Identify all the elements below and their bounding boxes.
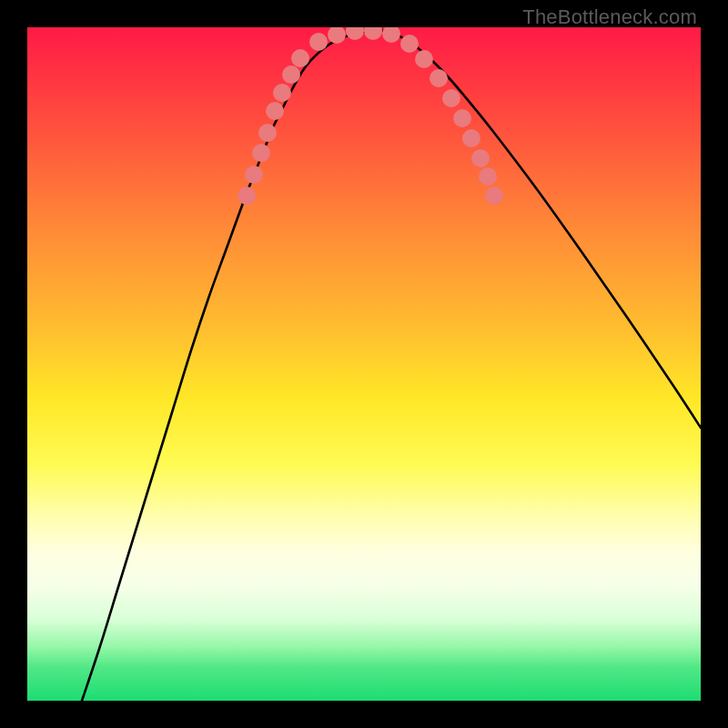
cluster-dot bbox=[238, 187, 256, 205]
cluster-dot bbox=[400, 35, 419, 53]
bottleneck-curve-svg bbox=[27, 27, 701, 701]
plot-area bbox=[27, 27, 701, 701]
cluster-dot bbox=[442, 89, 460, 107]
cluster-dot bbox=[328, 27, 346, 44]
cluster-dot bbox=[485, 187, 503, 205]
cluster-dot bbox=[309, 33, 328, 51]
cluster-dot bbox=[245, 166, 263, 184]
cluster-dot bbox=[266, 102, 284, 120]
cluster-dot bbox=[252, 144, 270, 162]
cluster-dot bbox=[273, 84, 291, 102]
cluster-dot bbox=[364, 27, 382, 40]
chart-frame: TheBottleneck.com bbox=[0, 0, 728, 728]
cluster-dot bbox=[291, 49, 309, 67]
cluster-dot bbox=[430, 69, 448, 87]
cluster-dot bbox=[453, 109, 471, 127]
watermark-label: TheBottleneck.com bbox=[522, 5, 697, 29]
cluster-dots bbox=[238, 27, 503, 205]
cluster-dot bbox=[382, 27, 400, 43]
cluster-dot bbox=[415, 50, 433, 68]
cluster-dot bbox=[471, 149, 490, 167]
bottleneck-curve bbox=[82, 30, 701, 701]
cluster-dot bbox=[346, 27, 364, 40]
cluster-dot bbox=[282, 66, 300, 84]
cluster-dot bbox=[479, 167, 497, 186]
cluster-dot bbox=[258, 124, 277, 142]
cluster-dot bbox=[462, 129, 480, 147]
